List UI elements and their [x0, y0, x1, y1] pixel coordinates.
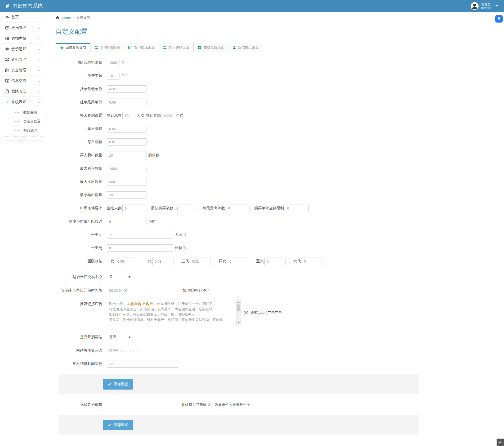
trade-multiple-input[interactable] — [107, 152, 146, 159]
signin-reward-input[interactable] — [162, 112, 174, 119]
gen1-income-input[interactable] — [115, 258, 136, 265]
tab-sms-settings[interactable]: 短信接口设置 — [228, 43, 263, 52]
tab-label: 货币提现设置 — [134, 45, 155, 50]
daily-sell-count-input[interactable] — [226, 205, 249, 212]
complaint-hours-input[interactable] — [107, 218, 146, 225]
chevron-up-icon — [498, 441, 502, 444]
gen4-income-input[interactable] — [227, 258, 248, 265]
breadcrumb-current: 系统设置 — [77, 15, 90, 20]
sidebar-item-dice[interactable]: 骰子游戏 — [0, 44, 44, 54]
scroll-down-icon[interactable] — [237, 321, 240, 325]
avatar — [471, 2, 479, 10]
sidebar-item-permissions[interactable]: 权限管理 — [0, 86, 44, 97]
sidebar-item-miners[interactable]: 矿机管理 — [0, 54, 44, 65]
tab-recharge-settings[interactable]: 在线充值设置 — [193, 43, 228, 52]
field-label: 免费申领 — [59, 73, 102, 78]
contract-limit-input[interactable] — [107, 59, 119, 66]
system-settings-submenu: 数据备份 自定义配置 精品源码 — [0, 107, 44, 137]
submenu-item-premium-source[interactable]: 精品源码 — [0, 126, 44, 135]
check-icon — [108, 383, 111, 386]
sidebar-item-members[interactable]: 会员管理 — [0, 23, 44, 33]
trade-time-input[interactable] — [107, 287, 178, 294]
field-label: 每天卖出笔数 — [203, 206, 225, 211]
form-row-usd-btc: 一美元 比特币 — [56, 244, 422, 252]
min-purchase-count-input[interactable] — [174, 205, 198, 212]
max-sell-input[interactable] — [107, 178, 146, 186]
tab-withdraw-settings[interactable]: 货币提现设置 — [124, 43, 159, 52]
home-icon — [56, 16, 60, 20]
leaf-icon — [5, 3, 10, 9]
sidebar-item-label: 信息交流 — [11, 78, 26, 83]
form-row-site-open: 是否开启网站 开启 — [56, 333, 422, 341]
min-price-input[interactable] — [107, 85, 146, 93]
chevron-down-icon — [38, 89, 41, 94]
field-label: 矿机结算时间间隔 — [59, 361, 102, 366]
field-label: 最大卖出数量 — [59, 179, 102, 184]
field-label: 是否开启交易中心 — [59, 275, 102, 279]
form-row-withdraw-conditions: 出币条件要求 直推人数 最低购买笔数 每天卖出笔数 购买单笔金额限制 — [56, 205, 422, 212]
user-icon — [232, 46, 236, 50]
sidebar-item-funds[interactable]: 资金管理 — [0, 65, 44, 76]
field-label: K线走势价格 — [59, 402, 102, 407]
ad-textarea[interactable]: 刚出一秒，火🔥爆🔥上🔥线，MHC养生链，注册就送一台13币矿机， 打造健康养生理… — [107, 300, 240, 324]
max-buy-input[interactable] — [107, 165, 146, 172]
kline-price-input[interactable] — [107, 401, 178, 408]
gen2-income-input[interactable] — [152, 258, 173, 265]
single-purchase-limit-input[interactable] — [285, 205, 309, 212]
tab-kline-control[interactable]: 分时K线控制 — [90, 43, 124, 52]
form-row-daily-up: 每日涨幅 — [56, 125, 422, 133]
textarea-scrollbar[interactable] — [236, 300, 240, 325]
field-label: 二代 — [144, 259, 151, 264]
settings-panel: 0级合约机限量 台 免费申领 台 挂单最低单价 挂单最高单价 每天签到设置 签到… — [56, 52, 422, 444]
site-open-select[interactable]: 开启 — [107, 333, 133, 341]
chevron-down-icon — [38, 26, 41, 30]
field-label: 团队收益 — [59, 259, 102, 264]
breadcrumb-home-link[interactable]: Home — [62, 16, 71, 20]
sidebar-item-label: 首页 — [11, 15, 19, 20]
sidebar-item-home[interactable]: 首页 — [0, 12, 44, 23]
gen3-income-input[interactable] — [190, 258, 211, 265]
direct-referrals-input[interactable] — [122, 205, 146, 212]
form-row-trade-time: 交易中心每日开启时间段 (如: 08:30-17:40 ) — [56, 287, 422, 294]
signin-count-input[interactable] — [122, 112, 135, 119]
form-row-trade-multiple: 买入卖出数量 的倍数 — [56, 152, 422, 159]
scroll-up-icon[interactable] — [237, 300, 240, 304]
field-label: 购买单笔金额限制 — [254, 206, 284, 211]
sidebar-item-system-settings[interactable]: T 系统设置 — [0, 97, 44, 107]
sidebar-item-shop[interactable]: 购物商城 — [0, 33, 44, 44]
submenu-item-data-backup[interactable]: 数据备份 — [0, 108, 44, 117]
field-suffix: 比特币 — [175, 246, 186, 250]
tab-transfer-settings[interactable]: 货币转账设置 — [159, 43, 194, 52]
field-label: 每日涨幅 — [59, 126, 102, 131]
usd-cny-input[interactable] — [107, 231, 173, 239]
max-price-input[interactable] — [107, 99, 146, 106]
save-settings-button[interactable]: 保存设置 — [103, 379, 133, 390]
min-sell-input[interactable] — [107, 191, 146, 199]
scrollbar-thumb[interactable] — [237, 304, 240, 311]
sidebar-item-label: 会员管理 — [11, 25, 26, 30]
trade-center-select[interactable]: 是 — [107, 273, 133, 281]
daily-up-input[interactable] — [107, 125, 146, 133]
gen6-income-input[interactable] — [302, 258, 323, 265]
tab-system-params[interactable]: 系统参数设置 — [56, 43, 91, 52]
file-icon — [5, 89, 11, 94]
daily-down-input[interactable] — [107, 138, 146, 146]
usd-btc-input[interactable] — [107, 244, 173, 252]
sidebar-collapse-toggle[interactable]: « — [0, 137, 44, 144]
free-claim-input[interactable] — [107, 72, 119, 80]
field-label: 交易中心每日开启时间段 — [59, 288, 102, 293]
save-kline-button[interactable]: 保存设置 — [103, 420, 133, 430]
field-suffix: 小时 — [148, 219, 156, 224]
field-label: 一美元 — [59, 246, 102, 250]
submenu-item-custom-config[interactable]: 自定义配置 — [0, 117, 44, 126]
back-to-top-button[interactable] — [497, 439, 504, 446]
sidebar-item-messages[interactable]: 信息交流 — [0, 76, 44, 86]
site-close-msg-input[interactable] — [107, 347, 178, 354]
save-band: 保存设置 — [59, 374, 419, 394]
miner-interval-input[interactable] — [107, 360, 178, 368]
gen5-income-input[interactable] — [264, 258, 286, 265]
field-label: 三代 — [181, 259, 189, 264]
breadcrumb: Home › 系统设置 — [56, 12, 504, 21]
browser-extension-badge-icon[interactable]: S — [495, 15, 503, 23]
user-menu[interactable]: 管理员 admin — [471, 2, 504, 10]
